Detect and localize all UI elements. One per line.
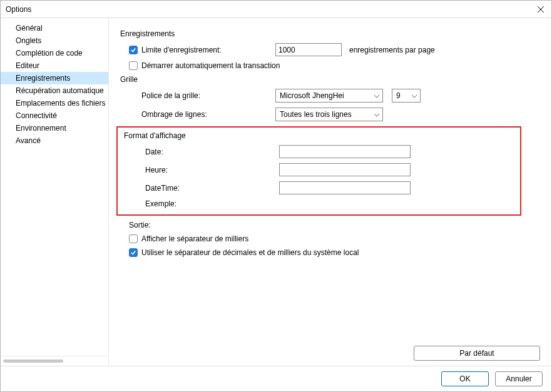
sidebar-item-editor[interactable]: Editeur <box>1 59 108 72</box>
window-title: Options <box>6 5 31 14</box>
grid-shading-value: Toutes les trois lignes <box>280 110 352 119</box>
section-output-title: Sortie: <box>120 221 540 229</box>
section-grid-title: Grille <box>120 75 540 84</box>
thousands-label: Afficher le séparateur de milliers <box>141 234 248 243</box>
sidebar-item-connectivity[interactable]: Connectivité <box>1 109 108 122</box>
format-date-input[interactable] <box>279 145 411 158</box>
sidebar-scrollbar[interactable] <box>1 356 108 366</box>
grid-shading-select[interactable]: Toutes les trois lignes <box>275 108 383 121</box>
ok-button[interactable]: OK <box>441 371 489 386</box>
autostart-checkbox[interactable] <box>129 61 138 70</box>
format-datetime-label: DateTime: <box>145 184 180 193</box>
close-button[interactable] <box>535 4 546 15</box>
grid-shading-label: Ombrage de lignes: <box>141 110 207 119</box>
syslocale-label: Utiliser le séparateur de décimales et d… <box>141 248 359 257</box>
format-time-input[interactable] <box>279 163 411 176</box>
thousands-checkbox[interactable] <box>129 234 138 243</box>
grid-font-value: Microsoft JhengHei <box>280 91 344 100</box>
grid-font-label: Police de la grille: <box>141 91 200 100</box>
cancel-button[interactable]: Annuler <box>495 371 543 386</box>
section-format-title: Format d'affichage <box>124 131 514 140</box>
section-records-title: Enregistrements <box>120 29 540 38</box>
default-button[interactable]: Par défaut <box>414 346 540 361</box>
check-icon <box>130 47 136 53</box>
chevron-down-icon <box>411 91 417 100</box>
format-time-label: Heure: <box>145 166 168 174</box>
limit-suffix: enregistrements par page <box>349 46 435 54</box>
format-example-label: Exemple: <box>145 199 176 208</box>
sidebar-item-environment[interactable]: Environnement <box>1 122 108 134</box>
sidebar: Général Onglets Complétion de code Edite… <box>1 18 109 366</box>
sidebar-item-code-completion[interactable]: Complétion de code <box>1 47 108 59</box>
limit-input[interactable] <box>275 43 342 56</box>
sidebar-item-file-locations[interactable]: Emplacements des fichiers <box>1 97 108 109</box>
scrollbar-thumb[interactable] <box>3 359 63 363</box>
sidebar-item-general[interactable]: Général <box>1 22 108 34</box>
limit-checkbox[interactable] <box>129 46 138 54</box>
dialog-footer: OK Annuler <box>1 366 551 391</box>
chevron-down-icon <box>374 110 380 119</box>
close-icon <box>537 6 544 13</box>
sidebar-item-records[interactable]: Enregistrements <box>1 72 108 84</box>
format-datetime-input[interactable] <box>279 181 411 194</box>
grid-font-select[interactable]: Microsoft JhengHei <box>275 89 383 103</box>
options-dialog: Options Général Onglets Complétion de co… <box>0 0 552 392</box>
sidebar-item-auto-recovery[interactable]: Récupération automatique <box>1 84 108 97</box>
display-format-highlight: Format d'affichage Date: Heure: DateTime… <box>116 126 521 216</box>
check-icon <box>130 249 136 256</box>
content-panel: Enregistrements Limite d'enregistrement:… <box>109 18 551 366</box>
chevron-down-icon <box>374 91 380 100</box>
autostart-label: Démarrer automatiquement la transaction <box>141 61 280 70</box>
titlebar: Options <box>1 1 551 18</box>
syslocale-checkbox[interactable] <box>129 248 138 257</box>
grid-fontsize-value: 9 <box>396 91 401 100</box>
grid-fontsize-select[interactable]: 9 <box>392 89 421 103</box>
format-date-label: Date: <box>145 148 163 156</box>
limit-label: Limite d'enregistrement: <box>141 46 222 54</box>
sidebar-item-advanced[interactable]: Avancé <box>1 134 108 147</box>
sidebar-item-tabs[interactable]: Onglets <box>1 34 108 47</box>
